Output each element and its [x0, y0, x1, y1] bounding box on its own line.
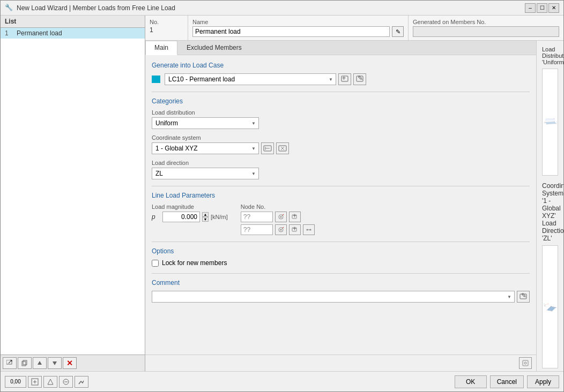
- node1-select-btn[interactable]: [275, 212, 287, 222]
- list-toolbar: ↗ ✕: [1, 355, 145, 371]
- lc-edit-button[interactable]: ✎: [353, 73, 366, 85]
- comment-row: ✎: [152, 291, 530, 303]
- magnitude-row: p ▲ ▼ [kN/m]: [152, 212, 228, 222]
- ok-button[interactable]: OK: [455, 375, 487, 388]
- svg-text:2: 2: [556, 307, 556, 308]
- lock-label: Lock for new members: [162, 259, 227, 267]
- gen-input[interactable]: [413, 26, 559, 37]
- load-magnitude-label: Load magnitude: [152, 203, 228, 210]
- move-up-button[interactable]: [33, 357, 47, 369]
- line-load-label: Line Load Parameters: [152, 192, 530, 199]
- svg-point-71: [556, 307, 556, 308]
- load-distribution-select[interactable]: Uniform: [152, 117, 259, 129]
- gen-members-section: Generated on Members No.: [408, 16, 563, 40]
- categories-label: Categories: [152, 97, 530, 105]
- main-panel: No. 1 Name ✎ Generated on Members No.: [145, 16, 563, 371]
- lc-add-button[interactable]: +: [338, 73, 351, 85]
- form-bottom-bar: [145, 355, 536, 371]
- coordinate-system-select[interactable]: 1 - Global XYZ: [152, 142, 259, 154]
- p-spinner: ▲ ▼: [202, 212, 209, 222]
- comment-edit-btn[interactable]: ✎: [517, 291, 530, 303]
- svg-line-58: [545, 304, 548, 305]
- bottom-tool2[interactable]: [28, 376, 42, 388]
- name-edit-button[interactable]: ✎: [392, 26, 404, 37]
- svg-text:+: +: [342, 76, 346, 82]
- lock-checkbox[interactable]: [152, 260, 159, 267]
- svg-rect-31: [523, 360, 528, 366]
- form-panel: Main Excluded Members Generate into Load…: [145, 41, 537, 371]
- node1-edit-btn[interactable]: +: [289, 212, 301, 222]
- bottom-tool1[interactable]: 0,00: [5, 376, 26, 388]
- bottom-tool5[interactable]: [75, 376, 88, 388]
- node2-row: +: [241, 224, 315, 235]
- coordinate-system-label: Coordinate system: [152, 134, 530, 141]
- p-label: p: [152, 213, 160, 221]
- svg-text:1: 1: [551, 306, 552, 306]
- gen-label: Generated on Members No.: [413, 19, 559, 25]
- line-load-params: Line Load Parameters Load magnitude p ▲: [152, 192, 530, 235]
- magnitude-area: Load magnitude p ▲ ▼ [kN/m]: [152, 203, 228, 222]
- close-button[interactable]: ✕: [548, 3, 559, 13]
- add-button[interactable]: ↗: [3, 357, 17, 369]
- minimize-button[interactable]: –: [525, 3, 536, 13]
- name-label: Name: [192, 19, 404, 25]
- node1-row: +: [241, 212, 315, 222]
- bottom-bar: 0,00 OK Cancel Apply: [1, 371, 563, 391]
- list-item-name: Permanent load: [17, 29, 62, 37]
- body-area: Main Excluded Members Generate into Load…: [145, 41, 563, 371]
- load-case-select[interactable]: LC10 - Permanent load: [165, 73, 336, 85]
- uniform-diagram-svg: p: [543, 74, 558, 170]
- window-title: New Load Wizard | Member Loads from Free…: [17, 4, 525, 12]
- load-direction-label: Load direction: [152, 160, 530, 166]
- spin-down[interactable]: ▼: [202, 217, 209, 222]
- tab-excluded[interactable]: Excluded Members: [177, 41, 251, 55]
- svg-line-47: [556, 124, 557, 126]
- app-icon: 🔧: [5, 4, 13, 12]
- node-no-label: Node No.: [241, 203, 315, 210]
- p-input[interactable]: [162, 212, 200, 222]
- form-settings-btn[interactable]: [519, 357, 532, 369]
- bottom-tools: 0,00: [5, 376, 88, 388]
- node2-input[interactable]: [241, 224, 273, 235]
- coord-row: 1 - Global XYZ: [152, 142, 530, 154]
- node2-edit-btn[interactable]: +: [289, 224, 301, 235]
- svg-rect-2: [22, 361, 26, 366]
- bottom-tool3[interactable]: [43, 376, 57, 388]
- node2-select-btn[interactable]: [275, 224, 287, 235]
- window-controls: – ☐ ✕: [525, 3, 559, 13]
- coord-btn2[interactable]: [276, 142, 289, 154]
- svg-text:p: p: [553, 118, 554, 119]
- comment-input[interactable]: [152, 291, 515, 303]
- unit-label: [kN/m]: [211, 214, 228, 220]
- options-section: Options Lock for new members: [152, 247, 530, 267]
- node2-extra-btn[interactable]: [303, 224, 315, 235]
- params-area: Load magnitude p ▲ ▼ [kN/m]: [152, 203, 530, 235]
- node1-input[interactable]: [241, 212, 273, 222]
- cancel-button[interactable]: Cancel: [490, 375, 524, 388]
- spin-up[interactable]: ▲: [202, 212, 209, 217]
- svg-point-72: [552, 311, 552, 312]
- list-area: 1 Permanent load: [1, 28, 145, 355]
- delete-button[interactable]: ✕: [63, 357, 77, 369]
- generate-label: Generate into Load Case: [152, 62, 530, 69]
- svg-text:Z: Z: [544, 305, 544, 306]
- comment-label: Comment: [152, 279, 530, 287]
- name-input[interactable]: [192, 26, 390, 37]
- load-direction-select[interactable]: ZL: [152, 168, 259, 179]
- load-distribution-label: Load distribution: [152, 109, 530, 116]
- top-diagram-title: Load Distribution 'Uniform': [542, 46, 558, 65]
- copy-button[interactable]: [18, 357, 32, 369]
- maximize-button[interactable]: ☐: [537, 3, 547, 13]
- coord-btn1[interactable]: [261, 142, 274, 154]
- move-down-button[interactable]: [48, 357, 62, 369]
- tab-main[interactable]: Main: [145, 41, 177, 55]
- diagram-panel: Load Distribution 'Uniform' p: [537, 41, 563, 371]
- svg-text:✎: ✎: [521, 293, 526, 299]
- coord-diagram-svg: Y X Z: [543, 248, 558, 366]
- list-item[interactable]: 1 Permanent load: [1, 28, 145, 39]
- svg-marker-5: [53, 361, 57, 365]
- titlebar: 🔧 New Load Wizard | Member Loads from Fr…: [1, 1, 563, 16]
- no-label: No.: [150, 19, 183, 25]
- apply-button[interactable]: Apply: [527, 375, 559, 388]
- bottom-tool4[interactable]: [59, 376, 73, 388]
